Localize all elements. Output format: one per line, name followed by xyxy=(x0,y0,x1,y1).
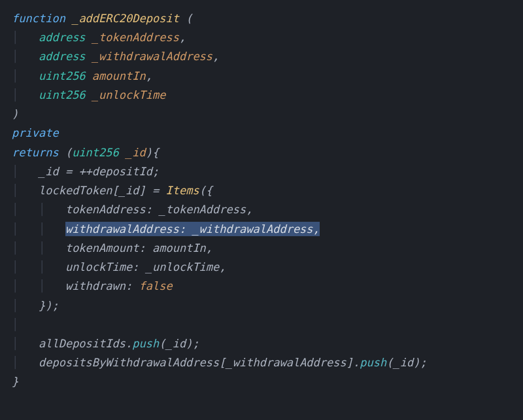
param-type: uint256 xyxy=(39,88,86,101)
param-name: amountIn xyxy=(92,69,146,82)
code-line: │ │ withdrawn: false xyxy=(12,277,511,296)
returns-open: ( xyxy=(59,146,72,159)
code-line: │ }); xyxy=(12,296,511,315)
code-line: returns (uint256 _id){ xyxy=(12,143,511,162)
param-type: uint256 xyxy=(39,69,86,82)
field-key: withdrawn xyxy=(65,279,126,292)
arg: _id xyxy=(165,337,186,350)
keyword-private: private xyxy=(12,126,59,139)
code-line: │ _id = ++depositId; xyxy=(12,162,511,181)
code-line: │ │ unlockTime: _unlockTime, xyxy=(12,258,511,277)
code-block: function _addERC20Deposit ( │ address _t… xyxy=(12,9,511,392)
field-key: tokenAmount xyxy=(65,241,139,254)
array-ident: allDepositIds xyxy=(39,337,126,350)
function-name: _addERC20Deposit xyxy=(72,12,179,25)
code-line: │ │ tokenAddress: _tokenAddress, xyxy=(12,200,511,219)
map-key: _withdrawalAddress xyxy=(226,356,346,369)
returns-close-brace: ){ xyxy=(146,146,159,159)
colon: : xyxy=(126,279,139,292)
map-ident: depositsByWithdrawalAddress xyxy=(39,356,219,369)
param-name: _withdrawalAddress xyxy=(92,50,212,63)
colon: : xyxy=(132,260,145,273)
map-ident: lockedToken xyxy=(39,184,112,197)
param-type: address xyxy=(39,50,86,63)
code-line: │ │ tokenAmount: amountIn, xyxy=(12,239,511,258)
colon: : xyxy=(139,241,152,254)
struct-name: Items xyxy=(165,184,199,197)
comma: , xyxy=(219,260,226,273)
paren-close-semi: ); xyxy=(413,356,426,369)
keyword-function: function xyxy=(12,12,65,25)
paren-open: ( xyxy=(386,356,393,369)
keyword-returns: returns xyxy=(12,146,59,159)
struct-close: }); xyxy=(39,299,59,312)
comma: , xyxy=(206,241,212,254)
code-line: │ uint256 _unlockTime xyxy=(12,86,511,105)
lhs: _id xyxy=(39,165,59,178)
code-line: function _addERC20Deposit ( xyxy=(12,9,511,28)
code-line: private xyxy=(12,124,511,143)
field-key: unlockTime xyxy=(65,260,132,273)
code-line: │ address _tokenAddress, xyxy=(12,28,511,47)
field-val: amountIn xyxy=(152,241,206,254)
struct-open: ({ xyxy=(199,184,212,197)
bracket-close-eq: ] = xyxy=(139,184,166,197)
code-line-blank: │ xyxy=(12,315,511,334)
bracket-close-dot: ]. xyxy=(346,356,360,369)
code-line: │ lockedToken[_id] = Items({ xyxy=(12,181,511,200)
method-push: push xyxy=(360,356,386,369)
bracket-open: [ xyxy=(219,356,226,369)
field-key: tokenAddress xyxy=(65,203,146,216)
paren-close-semi: ); xyxy=(186,337,199,350)
bracket-open: [ xyxy=(112,184,119,197)
function-close-brace: } xyxy=(12,375,18,388)
code-line: │ uint256 amountIn, xyxy=(12,67,511,86)
return-name: _id xyxy=(126,146,146,159)
code-line: │ address _withdrawalAddress, xyxy=(12,47,511,66)
return-type: uint256 xyxy=(72,146,119,159)
eq-op: = ++ xyxy=(59,165,92,178)
code-line: ) xyxy=(12,105,511,124)
field-val: _unlockTime xyxy=(146,260,220,273)
close-paren: ) xyxy=(12,107,18,120)
semicolon: ; xyxy=(152,165,159,178)
paren-open: ( xyxy=(159,337,165,350)
comma: , xyxy=(246,203,252,216)
code-line: │ depositsByWithdrawalAddress[_withdrawa… xyxy=(12,353,511,372)
literal-false: false xyxy=(139,279,173,292)
code-line: } xyxy=(12,372,511,391)
code-line: │ allDepositIds.push(_id); xyxy=(12,334,511,353)
code-line-highlighted: │ │ withdrawalAddress: _withdrawalAddres… xyxy=(12,220,511,239)
colon: : xyxy=(146,203,159,216)
param-type: address xyxy=(39,31,86,44)
map-key: _id xyxy=(119,184,139,197)
highlighted-text: withdrawalAddress: _withdrawalAddress, xyxy=(65,222,320,236)
rhs: depositId xyxy=(92,165,152,178)
param-name: _tokenAddress xyxy=(92,31,179,44)
param-name: _unlockTime xyxy=(92,88,166,101)
arg: _id xyxy=(393,356,413,369)
dot: . xyxy=(126,337,132,350)
method-push: push xyxy=(132,337,159,350)
open-paren: ( xyxy=(179,12,192,25)
field-val: _tokenAddress xyxy=(159,203,246,216)
